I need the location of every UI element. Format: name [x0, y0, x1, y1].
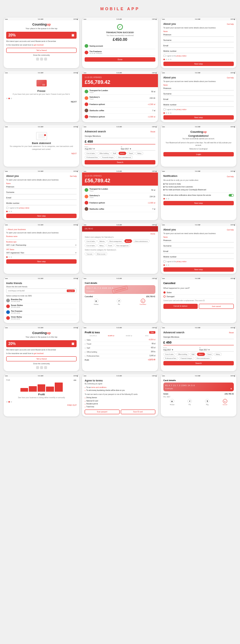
toggle-switch[interactable] — [229, 194, 234, 197]
search-amount[interactable]: £ 450 — [163, 341, 234, 345]
business-name-field[interactable] — [6, 238, 77, 240]
next-step-btn[interactable]: Next step — [163, 267, 234, 272]
pl-summary-sales: £21,874 al — [85, 335, 101, 337]
search-amount[interactable]: £ 450 — [85, 140, 155, 144]
trans-amount: 234 16 — [150, 97, 155, 99]
search-title: Advanced search — [85, 130, 106, 133]
mobile-field[interactable]: Mobile number — [163, 103, 234, 107]
tag-admin[interactable]: Admin — [119, 152, 126, 155]
search-btn[interactable]: Search — [163, 361, 234, 365]
copy-link-btn[interactable]: Copy link — [67, 290, 75, 292]
next-step-btn[interactable]: Next step — [6, 214, 77, 218]
mobile-field[interactable]: Mobile number — [6, 201, 77, 205]
contact-victor: Victor Bailey323-600-4200 — [6, 315, 77, 321]
card-action-pin-2[interactable]: # Pin — [187, 399, 192, 406]
tag-prof[interactable]: Professional fees — [85, 156, 100, 159]
help-link[interactable]: Get help — [70, 175, 77, 177]
privacy-checkbox[interactable]: I agree to the privacy notice — [6, 207, 77, 209]
card-action-cancelled[interactable]: ✕ Cancelled — [140, 299, 146, 305]
card-action-freeze-2[interactable]: ❄ Freeze — [170, 399, 174, 406]
search-name-field[interactable]: Georgia Mendoza — [163, 335, 234, 339]
email-field[interactable]: Email — [163, 249, 234, 253]
back-arrow[interactable]: ‹ — [6, 228, 7, 230]
to-date[interactable]: Sept 2017 ▼ — [121, 148, 155, 151]
tell-friend-btn[interactable]: Tell a friend — [6, 356, 77, 361]
tag-financial[interactable]: Financial charges — [100, 156, 115, 159]
transaction-item: Sainsbury'sTravel 234 16 — [85, 193, 155, 200]
queue-headline: Your place in the queue is in the top — [6, 336, 77, 339]
tag-office[interactable]: Office building — [97, 152, 110, 155]
surname-field[interactable]: Surname — [163, 38, 234, 42]
trans-amount: £450.00 — [85, 37, 155, 42]
field-label-name: Name — [163, 84, 234, 86]
vat-status-dropdown[interactable]: VAT registered / Not ▼ — [6, 251, 77, 255]
to-date[interactable]: Sept 2017 ▼ — [199, 349, 234, 352]
card-action-pin[interactable]: # Pin — [117, 299, 121, 305]
tell-friend-btn[interactable]: Tell a friend — [6, 48, 77, 53]
tag-cost-sales[interactable]: Cost of sales — [85, 152, 97, 155]
search-btn[interactable]: Search — [85, 160, 155, 164]
card-action-cancel-2[interactable]: ✕ Cancel — [222, 399, 227, 406]
screen-bank-statement: ●●●9:41 AM100%▮ Bank statement No catego… — [4, 125, 79, 167]
next-btn-right[interactable]: NEXT — [6, 101, 77, 103]
screen-counting-queue-2: ●●●9:41 AM100%▮ Countingup Your place in… — [4, 326, 79, 371]
privacy-checkbox[interactable]: I agree to the privacy notice — [163, 108, 234, 110]
login-btn[interactable]: Login — [163, 152, 234, 156]
name-field[interactable]: Peterson — [163, 86, 234, 90]
done-btn[interactable]: Done — [85, 57, 155, 62]
next-step-btn[interactable]: Next step — [163, 115, 234, 120]
freeze-icon: ❄ — [94, 299, 98, 303]
email-field[interactable]: Email — [6, 196, 77, 200]
status-bar: ●●●9:41 AM100%▮ — [4, 223, 79, 226]
back-row: ‹ About your business — [6, 228, 77, 230]
name-field[interactable]: Peterson — [6, 185, 77, 189]
name-field[interactable]: Peterson — [163, 238, 234, 243]
cancel-label: Cancel — [222, 404, 227, 406]
privacy-checkbox[interactable]: I agree to the privacy notice — [163, 260, 234, 263]
email-field[interactable]: Email — [163, 97, 234, 101]
privacy-checkbox[interactable]: I agree to the privacy notice — [163, 55, 234, 57]
year-btn[interactable]: Year — [149, 331, 155, 334]
reset-link[interactable]: Reset — [151, 131, 155, 133]
transaction-item: Transport for LondonTravel 50 al — [85, 88, 155, 95]
help-link[interactable]: Get help — [227, 175, 234, 178]
share-url: countingup.com/sjulia5 — [8, 290, 25, 292]
scan-id-btn[interactable]: Scan ID card — [121, 410, 155, 414]
reset-link[interactable]: Reset — [229, 331, 234, 334]
card-action-pay-2[interactable]: $ Pay — [205, 399, 209, 406]
next-step-btn[interactable]: Next step — [163, 62, 234, 66]
tag-travel[interactable]: Travel — [127, 152, 135, 155]
mobile-field[interactable]: Mobile number — [163, 49, 234, 53]
help-link[interactable]: Get help — [227, 229, 234, 231]
from-date[interactable]: Aug 2017 ▼ — [85, 148, 119, 151]
surname-field[interactable]: Surname — [163, 244, 234, 248]
tag-staff[interactable]: Staff — [111, 152, 118, 155]
next-step-btn[interactable]: Next step — [163, 201, 234, 205]
done-link[interactable]: Done — [151, 233, 155, 235]
name-field[interactable]: Peterson — [163, 33, 234, 37]
email-field[interactable]: Email — [163, 44, 234, 48]
account-number: 11-22-33 | 97654321 — [85, 175, 155, 177]
tag-entertainment[interactable]: Client entertainment — [116, 156, 133, 159]
next-btn[interactable]: NEXT — [6, 152, 77, 155]
cancel-replace-btn[interactable]: Cancel & replace — [163, 304, 198, 309]
next-step-btn[interactable]: Next step — [6, 259, 77, 264]
card-action-freeze[interactable]: ❄ Freeze — [94, 299, 98, 305]
help-link[interactable]: Get help — [227, 23, 234, 25]
from-date[interactable]: Aug 2017 ▼ — [163, 349, 198, 352]
terms-item-1: • To our terms and conditions — [85, 387, 155, 389]
find-out-btn[interactable]: FIND OUT — [6, 404, 77, 406]
scan-passport-btn[interactable]: Scan passport — [85, 410, 119, 414]
pl-row-staff: 3Staff 425 al — [85, 346, 155, 350]
search-name-field[interactable]: Georgia Mendoza — [85, 134, 155, 138]
surname-field[interactable]: Surname — [163, 92, 234, 96]
tag-salary[interactable]: Salary — [135, 152, 143, 155]
mobile-field[interactable]: Mobile number — [163, 255, 234, 259]
help-link[interactable]: Get help — [227, 77, 234, 79]
option-stolen[interactable]: Stolen — [163, 291, 234, 295]
status-bar: ●●●9:41 AM100%▮ — [82, 374, 158, 377]
business-type-dropdown[interactable]: VAT / Ltd / Partnership ▼ — [6, 243, 77, 247]
option-damaged[interactable]: Damaged — [163, 295, 234, 299]
surname-field[interactable]: Surname — [6, 190, 77, 194]
just-cancel-btn[interactable]: Just cancel — [199, 304, 234, 309]
